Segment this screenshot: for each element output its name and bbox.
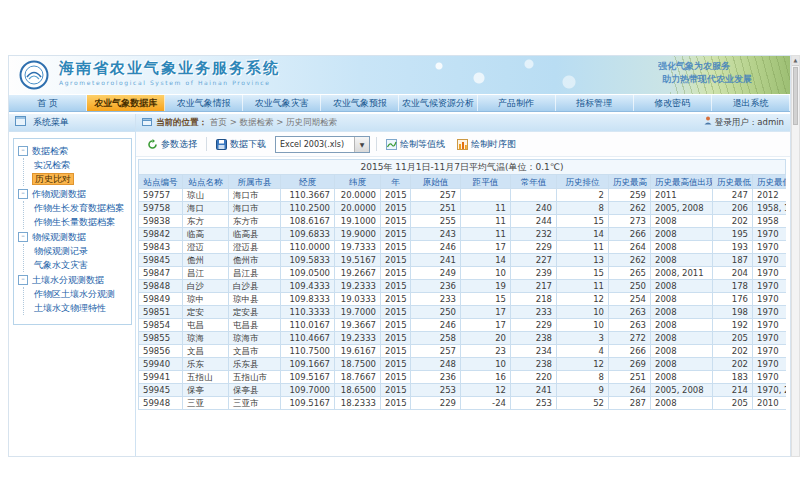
- table-row-3[interactable]: 59842临高临高县109.683319.9000201524311232142…: [139, 228, 787, 241]
- table-cell: 10: [461, 358, 511, 371]
- tree-item-1-0[interactable]: 作物生长发育数据档案: [32, 201, 129, 215]
- tree-item-2-1[interactable]: 气象水文灾害: [32, 258, 129, 272]
- table-cell: 206: [713, 202, 753, 215]
- table-cell: 23: [461, 345, 511, 358]
- table-cell: 2015: [381, 345, 411, 358]
- sidebar-header: 系统菜单: [9, 114, 135, 132]
- table-row-14[interactable]: 59941五指山五指山市109.516718.76672015236162208…: [139, 371, 787, 384]
- nav-tab-5[interactable]: 农业气候资源分析: [399, 95, 477, 111]
- table-cell: 1970: [753, 332, 787, 345]
- table-cell: 19.3667: [335, 319, 381, 332]
- collapse-icon[interactable]: –: [18, 275, 28, 285]
- table-cell: 241: [511, 384, 557, 397]
- table-cell: 204: [713, 267, 753, 280]
- table-row-9[interactable]: 59851定安定安县110.333319.7000201525017233102…: [139, 306, 787, 319]
- nav-tab-9[interactable]: 退出系统: [712, 95, 790, 111]
- bar-chart-icon: [457, 139, 468, 150]
- scroll-up-icon[interactable]: ▲: [792, 56, 799, 66]
- table-title: 2015年 11月1日-11月7日平均气温(单位：0.1℃): [138, 159, 786, 174]
- tree-item-1-1[interactable]: 作物生长量数据档案: [32, 215, 129, 229]
- collapse-icon[interactable]: –: [18, 232, 28, 242]
- table-cell: 昌江: [183, 267, 229, 280]
- table-cell: 266: [609, 345, 651, 358]
- main-area: 当前的位置： 首页 > 数据检索 > 历史同期检索 登录用户：admin: [136, 114, 790, 457]
- tree-group-2[interactable]: –物候观测数据: [18, 230, 129, 244]
- table-cell: 11: [461, 202, 511, 215]
- table-cell: 249: [411, 267, 461, 280]
- table-cell: 59838: [139, 215, 183, 228]
- collapse-icon[interactable]: –: [18, 189, 28, 199]
- tree-item-2-0[interactable]: 物候观测记录: [32, 244, 129, 258]
- table-cell: 217: [511, 280, 557, 293]
- tree-item-0-0[interactable]: 实况检索: [32, 158, 129, 172]
- scrollbar-thumb[interactable]: [793, 67, 798, 125]
- collapse-icon[interactable]: –: [18, 146, 28, 156]
- tree-item-0-1[interactable]: 历史比对: [32, 172, 129, 186]
- table-cell: 251: [609, 371, 651, 384]
- table-row-13[interactable]: 59940乐东乐东县109.166718.7500201524810238122…: [139, 358, 787, 371]
- table-cell: 202: [713, 358, 753, 371]
- breadcrumb[interactable]: 首页 > 数据检索 > 历史同期检索: [210, 114, 337, 131]
- param-select-button[interactable]: 参数选择: [144, 136, 200, 153]
- table-row-6[interactable]: 59847昌江昌江县109.050019.2667201524910239152…: [139, 267, 787, 280]
- table-row-8[interactable]: 59849琼中琼中县109.833319.0333201523315218122…: [139, 293, 787, 306]
- table-row-17[interactable]: 59951万宁万宁市110.366718.8000201525613243927…: [139, 410, 787, 411]
- table-cell: 海口市: [229, 202, 281, 215]
- table-row-2[interactable]: 59838东方东方市108.616719.1000201525511244152…: [139, 215, 787, 228]
- nav-tab-4[interactable]: 农业气象预报: [321, 95, 399, 111]
- table-cell: 2015: [381, 293, 411, 306]
- tree-group-1[interactable]: –作物观测数据: [18, 187, 129, 201]
- table-cell: 187: [713, 254, 753, 267]
- tree-group-3[interactable]: –土壤水分观测数据: [18, 273, 129, 287]
- table-cell: 109.1667: [281, 358, 335, 371]
- table-cell: 2008: [651, 254, 713, 267]
- page-scrollbar[interactable]: ▲: [791, 55, 800, 457]
- nav-tab-6[interactable]: 产品制作: [478, 95, 556, 111]
- table-cell: 1970: [753, 345, 787, 358]
- table-cell: 2015: [381, 267, 411, 280]
- tree-group-0[interactable]: –数据检索: [18, 144, 129, 158]
- table-cell: 205: [713, 332, 753, 345]
- table-cell: 59847: [139, 267, 183, 280]
- table-row-12[interactable]: 59856文昌文昌市110.750019.6167201525723234426…: [139, 345, 787, 358]
- table-row-5[interactable]: 59845儋州儋州市109.583319.5167201524114227132…: [139, 254, 787, 267]
- nav-tab-7[interactable]: 指标管理: [556, 95, 634, 111]
- table-row-1[interactable]: 59758海口海口市110.250020.0000201525111240826…: [139, 202, 787, 215]
- table-cell: 108.6167: [281, 215, 335, 228]
- nav-tab-8[interactable]: 修改密码: [634, 95, 712, 111]
- data-download-button[interactable]: 数据下载: [213, 136, 269, 153]
- table-cell: 定安: [183, 306, 229, 319]
- table-row-4[interactable]: 59843澄迈澄迈县110.000019.7333201524617229112…: [139, 241, 787, 254]
- table-cell: 176: [713, 293, 753, 306]
- table-cell: 2015: [381, 384, 411, 397]
- app-window: 海南省农业气象业务服务系统 Agrometeorological System …: [8, 55, 791, 457]
- table-row-7[interactable]: 59848白沙白沙县109.433319.2333201523619217112…: [139, 280, 787, 293]
- table-row-15[interactable]: 59945保亭保亭县109.700018.6500201525312241926…: [139, 384, 787, 397]
- table-cell: 儋州市: [229, 254, 281, 267]
- table-row-0[interactable]: 59757琼山海口市110.366720.0000201525722592011…: [139, 189, 787, 202]
- tree-item-3-0[interactable]: 作物区土壤水分观测: [32, 287, 129, 301]
- sidebar: 系统菜单 –数据检索实况检索历史比对–作物观测数据作物生长发育数据档案作物生长量…: [9, 114, 136, 457]
- nav-tab-1[interactable]: 农业气象数据库: [87, 95, 165, 111]
- draw-isoline-button[interactable]: 绘制等值线: [383, 136, 448, 153]
- tree-item-3-1[interactable]: 土壤水文物理特性: [32, 301, 129, 315]
- table-row-11[interactable]: 59855琼海琼海市110.466719.2333201525820238327…: [139, 332, 787, 345]
- table-cell: 110.0167: [281, 319, 335, 332]
- table-cell: 1958, 1970: [753, 202, 787, 215]
- table-cell: 236: [411, 280, 461, 293]
- menu-icon: [15, 116, 26, 126]
- table-cell: 儋州: [183, 254, 229, 267]
- table-cell: 保亭县: [229, 384, 281, 397]
- download-format-select[interactable]: Excel 2003(.xls) ▼: [275, 136, 370, 153]
- table-row-10[interactable]: 59854屯昌屯昌县110.016719.3667201524617229102…: [139, 319, 787, 332]
- table-cell: 2008: [651, 293, 713, 306]
- table-cell: 109.7000: [281, 384, 335, 397]
- table-cell: 233: [411, 293, 461, 306]
- draw-timeseries-button[interactable]: 绘制时序图: [454, 136, 519, 153]
- table-row-16[interactable]: 59948三亚三亚市109.516718.23332015229-2425352…: [139, 397, 787, 410]
- nav-tab-2[interactable]: 农业气象情报: [165, 95, 243, 111]
- nav-tab-3[interactable]: 农业气象灾害: [243, 95, 321, 111]
- nav-tab-0[interactable]: 首 页: [9, 95, 87, 111]
- chevron-down-icon[interactable]: ▼: [354, 137, 369, 152]
- table-cell: 234: [511, 345, 557, 358]
